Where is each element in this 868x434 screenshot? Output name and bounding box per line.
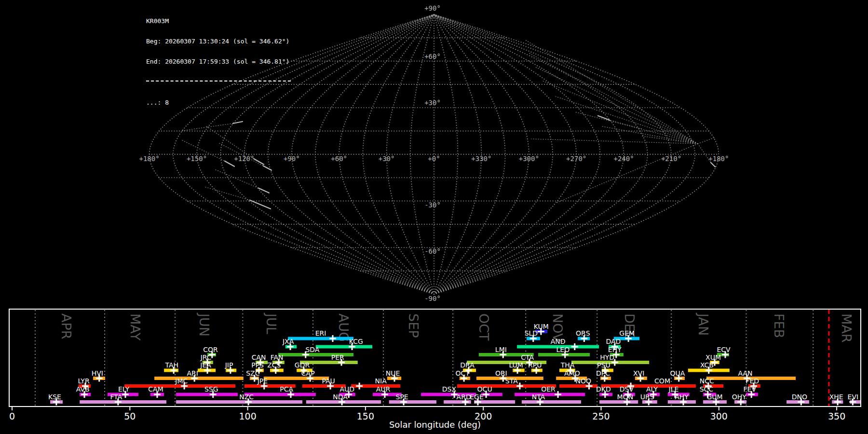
axis-tick-label: 350 (828, 411, 845, 421)
meteor-observation-screen: +180°+150°+120°+90°+60°+30°+0°+330°+300°… (0, 0, 868, 434)
shower-code-label: DSV (620, 385, 634, 393)
meridian-line (434, 14, 695, 294)
meteor-trail (250, 200, 271, 209)
shower-code-label: GEM (619, 329, 635, 337)
sky-map-and-activity-timeline: +180°+150°+120°+90°+60°+30°+0°+330°+300°… (0, 0, 868, 434)
month-label: OCT (476, 313, 491, 341)
shower-code-label: OER (541, 385, 556, 393)
shower-activity-bar (124, 384, 235, 388)
shower-evi: EVI (848, 393, 860, 406)
shower-code-label: AUR (376, 385, 391, 393)
shower-code-label: LMI (495, 346, 507, 353)
shower-code-label: AND (551, 338, 566, 345)
shower-code-label: XHE (829, 393, 843, 401)
month-label: SEP (406, 313, 421, 338)
shower-code-label: JPE (257, 377, 268, 385)
axis-tick-label: 50 (124, 411, 136, 421)
shower-code-label: SCC (700, 385, 714, 393)
shower-code-label: NOO (576, 377, 592, 385)
shower-code-label: KSE (48, 393, 61, 401)
begin-time-line: Beg: 20260307 13:30:24 (sol = 346.62°) (146, 38, 291, 45)
month-label: APR (59, 313, 74, 339)
shower-bars: KUMERISLDORSGEMJXAKCGANDDADCORSDALMILEOE… (48, 323, 860, 406)
shower-code-label: DKD (596, 385, 611, 393)
radiant-fan-line (557, 144, 698, 203)
shower-code-label: CAN (252, 353, 266, 361)
shower-code-label: XCB (700, 361, 714, 369)
shower-peak-cross (571, 343, 578, 350)
month-label: JUL (264, 312, 279, 334)
shower-code-label: DRA (460, 361, 475, 369)
meteor-trail (711, 163, 715, 167)
shower-peak-cross (356, 383, 363, 390)
meteor-trails (182, 116, 715, 209)
shower-code-label: ORS (576, 329, 590, 337)
meteor-trail (263, 166, 271, 170)
radiant-fan-lines (525, 40, 715, 203)
longitude-label: +210° (661, 155, 681, 163)
shower-code-label: NDA (333, 393, 348, 401)
longitude-label: +300° (519, 155, 539, 163)
shower-code-label: PSU (597, 361, 610, 369)
radiant-fan-line (698, 137, 715, 144)
end-time-line: End: 20260307 17:59:33 (sol = 346.81°) (146, 58, 291, 65)
shower-xcb: XCB (688, 361, 730, 374)
shower-code-label: FED (746, 377, 759, 385)
shower-code-label: MON (617, 393, 634, 401)
shower-tah: TAH (164, 361, 178, 374)
x-axis: 050100150200250300350Solar longitude (de… (9, 407, 845, 430)
meteor-trail (225, 161, 234, 166)
longitude-label: +180° (708, 155, 729, 163)
x-axis-title: Solar longitude (deg) (389, 420, 481, 430)
shower-activity-bar (515, 393, 585, 396)
longitude-label: +60° (331, 155, 347, 163)
shower-code-label: FEV (744, 385, 757, 393)
latitude-label: -60° (424, 247, 441, 255)
shower-activity-bar (176, 400, 302, 404)
longitude-label: +90° (284, 155, 300, 163)
shower-code-label: JIP (225, 361, 233, 369)
observation-info-panel: KR003M Beg: 20260307 13:30:24 (sol = 346… (146, 4, 291, 120)
shower-code-label: CAP (301, 369, 315, 377)
shower-code-label: DNO (792, 393, 807, 401)
shower-code-label: AMO (564, 369, 580, 377)
month-label: MAR (839, 313, 854, 343)
shower-xhe: XHE (829, 393, 843, 406)
radiant-fan-line (529, 53, 698, 144)
shower-cam: CAM (148, 385, 164, 398)
longitude-label: +330° (471, 155, 491, 163)
shower-code-label: ARD (457, 393, 471, 401)
shower-jip: JIP (225, 361, 236, 374)
shower-code-label: OCT (456, 369, 470, 377)
shower-dno: DNO (787, 393, 809, 406)
shower-code-label: HYD (600, 353, 614, 361)
shower-code-label: ORI (495, 369, 507, 377)
shower-code-label: FTA (110, 393, 122, 401)
longitude-label: +180° (139, 155, 160, 163)
shower-code-label: XVI (633, 369, 644, 377)
shower-code-label: PCA (280, 385, 293, 393)
shower-nda: NDA (306, 393, 381, 406)
shower-code-label: OHY (732, 393, 747, 401)
shower-code-label: DPC (596, 369, 610, 377)
shower-activity-bar (264, 377, 329, 380)
shower-code-label: JEA (200, 361, 211, 369)
axis-tick-label: 100 (239, 411, 256, 421)
shower-code-label: EHY (608, 346, 622, 353)
month-label: FEB (772, 313, 787, 338)
shower-activity-bar (80, 400, 166, 404)
shower-code-label: EVI (848, 393, 859, 401)
shower-code-label: ECV (717, 346, 731, 353)
radiant-fan-line (525, 40, 698, 144)
shower-code-label: NCC (700, 377, 714, 385)
shower-code-label: PAU (322, 377, 335, 385)
shower-rpu: RPU (528, 361, 542, 374)
shower-code-label: CTA (521, 353, 534, 361)
shower-code-label: AUD (339, 385, 354, 393)
shower-sld: SLD (525, 329, 540, 342)
shower-code-label: OCU (477, 385, 492, 393)
axis-tick-label: 0 (9, 411, 15, 421)
shower-avb: AVB (76, 385, 91, 398)
longitude-label: +150° (187, 155, 207, 163)
shower-code-label: DAD (606, 338, 621, 345)
